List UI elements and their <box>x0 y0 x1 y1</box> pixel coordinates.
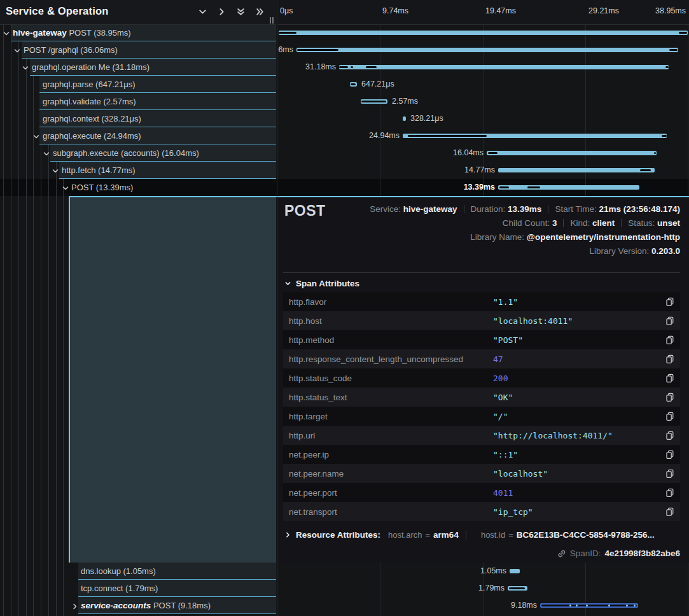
chevron-down-icon <box>13 47 21 55</box>
span-timeline-row[interactable]: 9.18ms <box>278 597 689 614</box>
attribute-value: "POST" <box>493 335 655 345</box>
span-tree-row[interactable]: POST /graphql (36.06ms) <box>0 41 276 59</box>
timeline-ruler: 0μs9.74ms19.47ms29.21ms38.95ms <box>278 0 689 25</box>
span-tree-row[interactable]: service-accounts POST (9.18ms) <box>0 597 276 614</box>
attribute-row: http.method"POST" <box>283 330 680 349</box>
span-duration-bar[interactable] <box>339 65 669 69</box>
copy-icon <box>665 297 674 307</box>
chevron-down-icon <box>62 185 69 192</box>
span-timeline-row[interactable]: 24.94ms <box>278 127 689 144</box>
span-overview-line: Service: hive-gatewayDuration: 13.39msSt… <box>370 202 680 216</box>
span-tree-row[interactable]: graphql.validate (2.57ms) <box>0 93 276 110</box>
span-overview: Service: hive-gatewayDuration: 13.39msSt… <box>370 202 680 258</box>
field-separator <box>621 219 622 227</box>
span-overview-line: Library Version: 0.203.0 <box>589 244 680 258</box>
span-attributes-header[interactable]: Span Attributes <box>284 279 359 288</box>
span-timeline-row[interactable] <box>278 24 689 41</box>
detail-divider <box>283 272 680 273</box>
bar-child-marker <box>509 587 525 589</box>
span-detail-left-spacer <box>69 197 276 563</box>
attribute-row: http.flavor"1.1" <box>283 292 680 311</box>
span-tree-row[interactable]: dns.lookup (1.05ms) <box>0 563 276 580</box>
span-duration-bar[interactable] <box>498 168 655 172</box>
span-id-row: SpanID: 4e21998f3b82abe6 <box>557 549 680 558</box>
field-label: Library Version: <box>589 246 651 256</box>
span-timeline-row[interactable]: 2.57ms <box>278 93 689 110</box>
span-tree-row[interactable]: graphql.execute (24.94ms) <box>0 127 276 144</box>
span-tree-row[interactable]: hive-gateway POST (38.95ms) <box>0 24 276 41</box>
attribute-row: http.target"/" <box>283 407 680 426</box>
resource-attributes-row[interactable]: Resource Attributes: host.arch=arm64host… <box>284 530 655 540</box>
expand-collapse-toggle[interactable] <box>52 166 59 178</box>
span-attributes-label: Span Attributes <box>296 279 359 288</box>
expand-collapse-toggle[interactable] <box>22 63 29 74</box>
expand-collapse-toggle[interactable] <box>13 46 21 57</box>
span-timeline-row[interactable]: 1.05ms <box>278 563 689 580</box>
service-name: service-accounts <box>81 601 151 610</box>
ruler-tick: 9.74ms <box>382 6 408 15</box>
copy-attribute-button[interactable] <box>655 297 680 307</box>
field-value: unset <box>657 218 680 228</box>
span-duration-bar[interactable] <box>296 48 678 52</box>
span-tree-row[interactable]: graphql.operation Me (31.18ms) <box>0 59 276 76</box>
span-timeline-row[interactable]: 328.21μs <box>278 110 689 127</box>
span-duration-bar[interactable] <box>403 116 406 121</box>
span-timeline-row[interactable]: 36.06ms <box>278 41 689 59</box>
span-duration-bar[interactable] <box>510 569 520 573</box>
expand-collapse-toggle[interactable] <box>43 149 50 160</box>
span-tree-row[interactable]: graphql.context (328.21μs) <box>0 110 276 127</box>
span-tree-row[interactable]: graphql.parse (647.21μs) <box>0 76 276 93</box>
span-tree-row[interactable]: http.fetch (14.77ms) <box>0 162 276 179</box>
copy-attribute-button[interactable] <box>655 431 680 440</box>
double-chevron-right-icon[interactable] <box>254 6 265 17</box>
copy-attribute-button[interactable] <box>655 488 680 498</box>
duration-label: 24.94ms <box>369 127 400 144</box>
span-duration-bar[interactable] <box>279 31 688 35</box>
span-duration-bar[interactable] <box>498 185 639 190</box>
span-timeline-row[interactable]: 1.79ms <box>278 580 689 597</box>
span-timeline-row[interactable]: 14.77ms <box>278 162 689 179</box>
duration-label: 36.06ms <box>278 41 293 59</box>
copy-attribute-button[interactable] <box>655 450 680 459</box>
expand-collapse-toggle[interactable] <box>32 132 40 143</box>
chevron-down-icon[interactable] <box>197 6 207 17</box>
field-separator <box>563 219 564 227</box>
link-icon[interactable] <box>557 549 566 558</box>
bar-dot-marker <box>634 605 636 606</box>
span-id-value: 4e21998f3b82abe6 <box>604 549 680 558</box>
attribute-key: http.flavor <box>283 297 493 307</box>
span-tree-row[interactable]: tcp.connect (1.79ms) <box>0 580 276 597</box>
copy-attribute-button[interactable] <box>655 354 680 364</box>
copy-icon <box>665 450 674 459</box>
expand-collapse-toggle[interactable] <box>62 183 69 195</box>
bar-child-marker <box>665 66 669 68</box>
span-tree-row[interactable]: POST (13.39ms) <box>0 179 276 196</box>
copy-attribute-button[interactable] <box>655 335 680 345</box>
bar-dot-marker <box>608 605 610 606</box>
expand-collapse-toggle[interactable] <box>71 601 79 613</box>
chevron-right-icon[interactable] <box>216 6 226 17</box>
panel-divider[interactable] <box>277 0 277 616</box>
copy-attribute-button[interactable] <box>655 507 680 517</box>
attribute-value: "localhost" <box>493 469 655 479</box>
field-value: 13.39ms <box>508 204 541 214</box>
double-chevron-down-icon[interactable] <box>235 6 246 17</box>
panel-resize-grip[interactable] <box>270 17 274 24</box>
copy-attribute-button[interactable] <box>655 374 680 383</box>
resource-value: BC62E13B-C4CC-5854-9788-256... <box>517 530 655 540</box>
copy-attribute-button[interactable] <box>655 469 680 479</box>
span-timeline-row[interactable]: 13.39ms <box>278 179 689 196</box>
copy-icon <box>665 412 674 421</box>
span-attributes-table: http.flavor"1.1"http.host"localhost:4011… <box>283 292 680 521</box>
bar-child-marker <box>408 135 487 137</box>
span-duration-bar[interactable] <box>487 151 657 155</box>
resource-attributes-label: Resource Attributes: <box>296 530 380 540</box>
span-tree-row[interactable]: subgraph.execute (accounts) (16.04ms) <box>0 144 276 162</box>
span-timeline-row[interactable]: 647.21μs <box>278 76 689 93</box>
copy-attribute-button[interactable] <box>655 316 680 326</box>
span-timeline-row[interactable]: 16.04ms <box>278 144 689 162</box>
expand-collapse-toggle[interactable] <box>3 29 10 40</box>
span-timeline-row[interactable]: 31.18ms <box>278 59 689 76</box>
copy-attribute-button[interactable] <box>655 393 680 402</box>
copy-attribute-button[interactable] <box>655 412 680 421</box>
